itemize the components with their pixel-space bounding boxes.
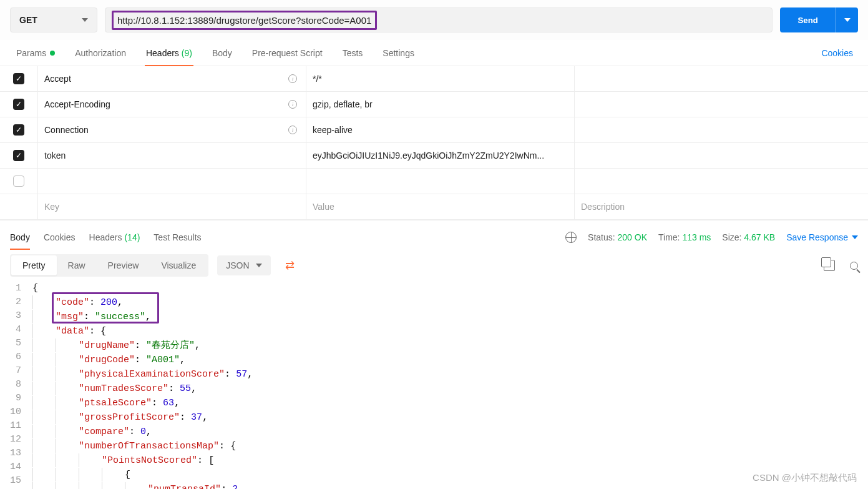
header-description[interactable] (574, 117, 868, 142)
checkbox[interactable] (13, 150, 24, 161)
url-input[interactable]: http://10.8.1.152:13889/drugstore/getSco… (105, 7, 773, 32)
header-value[interactable]: gzip, deflate, br (306, 92, 574, 117)
code-line: "grossProfitScore": 37, (32, 410, 253, 425)
header-key[interactable]: Accept-Encodingi (37, 92, 306, 117)
code-line: "numberOfTransactionsMap": { (32, 439, 253, 453)
header-description[interactable] (574, 143, 868, 168)
resp-tab-body[interactable]: Body (10, 228, 30, 247)
wrap-lines-icon[interactable]: ⇄ (280, 255, 301, 276)
chevron-down-icon (844, 18, 851, 22)
view-raw[interactable]: Raw (57, 255, 97, 275)
format-select[interactable]: JSON (217, 255, 270, 275)
resp-tab-cookies[interactable]: Cookies (44, 228, 76, 247)
header-key[interactable]: token (37, 143, 306, 168)
http-method-label: GET (19, 15, 37, 25)
header-description[interactable] (574, 66, 868, 91)
value-placeholder[interactable]: Value (306, 194, 574, 219)
tab-body[interactable]: Body (211, 40, 233, 66)
code-line: "physicalExaminationScore": 57, (32, 367, 253, 382)
header-row[interactable]: Accept-Encodingigzip, deflate, br (0, 92, 868, 117)
info-icon[interactable]: i (288, 126, 297, 134)
header-row-empty[interactable] (0, 169, 868, 194)
headers-table: Accepti*/*Accept-Encodingigzip, deflate,… (0, 66, 868, 220)
info-icon[interactable]: i (288, 100, 297, 109)
search-icon[interactable] (850, 262, 858, 270)
view-pretty[interactable]: Pretty (11, 255, 57, 275)
tab-params[interactable]: Params (15, 40, 56, 66)
code-line: "numTransaId": 2 (32, 482, 253, 489)
resp-tab-test-results[interactable]: Test Results (154, 228, 201, 247)
header-row-placeholder[interactable]: Key Value Description (0, 194, 868, 220)
url-text: http://10.8.1.152:13889/drugstore/getSco… (112, 11, 377, 30)
code-line: "numTradesScore": 55, (32, 382, 253, 396)
cookies-link[interactable]: Cookies (821, 48, 853, 58)
tab-headers[interactable]: Headers (9) (145, 40, 193, 66)
header-description[interactable] (574, 92, 868, 117)
size-block: Size: 4.67 KB (722, 232, 775, 242)
tab-prerequest[interactable]: Pre-request Script (251, 40, 324, 66)
resp-tab-headers[interactable]: Headers (14) (89, 228, 140, 247)
key-placeholder[interactable]: Key (37, 194, 306, 219)
code-line: { (32, 468, 253, 482)
checkbox[interactable] (13, 73, 24, 84)
time-block: Time: 113 ms (658, 232, 711, 242)
view-visualize[interactable]: Visualize (150, 255, 207, 275)
code-line: "drugCode": "A001", (32, 353, 253, 367)
code-line: "compare": 0, (32, 425, 253, 439)
code-line: "drugName": "春苑分店", (32, 338, 253, 353)
header-value[interactable]: */* (306, 66, 574, 91)
tab-settings[interactable]: Settings (381, 40, 416, 66)
header-row[interactable]: Connectionikeep-alive (0, 117, 868, 143)
description-placeholder[interactable]: Description (574, 194, 868, 219)
checkbox-empty[interactable] (13, 175, 24, 187)
send-button[interactable]: Send (780, 7, 836, 32)
copy-icon[interactable] (824, 260, 835, 271)
checkbox[interactable] (13, 124, 24, 136)
chevron-down-icon (852, 235, 858, 239)
response-body[interactable]: 123456789101112131415 { "code": 200, "ms… (0, 282, 868, 489)
header-value[interactable]: eyJhbGciOiJIUzI1NiJ9.eyJqdGkiOiJhZmY2ZmU… (306, 143, 574, 168)
info-icon[interactable]: i (288, 74, 297, 83)
header-key[interactable]: Connectioni (37, 117, 306, 142)
code-line: "data": { (32, 324, 253, 338)
status-block: Status: 200 OK (588, 232, 647, 242)
code-line: "PointsNotScored": [ (32, 453, 253, 468)
header-row[interactable]: Accepti*/* (0, 66, 868, 92)
tab-authorization[interactable]: Authorization (74, 40, 127, 66)
header-value[interactable]: keep-alive (306, 117, 574, 142)
chevron-down-icon (256, 264, 262, 267)
tab-tests[interactable]: Tests (341, 40, 364, 66)
checkbox[interactable] (13, 99, 24, 110)
header-key[interactable]: Accepti (37, 66, 306, 91)
http-method-select[interactable]: GET (10, 7, 97, 32)
save-response-dropdown[interactable]: Save Response (786, 232, 858, 242)
chevron-down-icon (82, 18, 88, 22)
globe-icon[interactable] (565, 232, 577, 243)
code-line: "msg": "success", (32, 310, 253, 324)
send-dropdown[interactable] (836, 7, 858, 32)
header-row[interactable]: tokeneyJhbGciOiJIUzI1NiJ9.eyJqdGkiOiJhZm… (0, 143, 868, 169)
watermark: CSDN @小钟不想敲代码 (753, 472, 857, 484)
params-modified-dot (50, 51, 55, 56)
code-line: "code": 200, (32, 295, 253, 310)
view-segment: Pretty Raw Preview Visualize (10, 254, 208, 277)
view-preview[interactable]: Preview (97, 255, 150, 275)
code-line: "ptsaleScore": 63, (32, 396, 253, 410)
code-line: { (32, 282, 253, 295)
